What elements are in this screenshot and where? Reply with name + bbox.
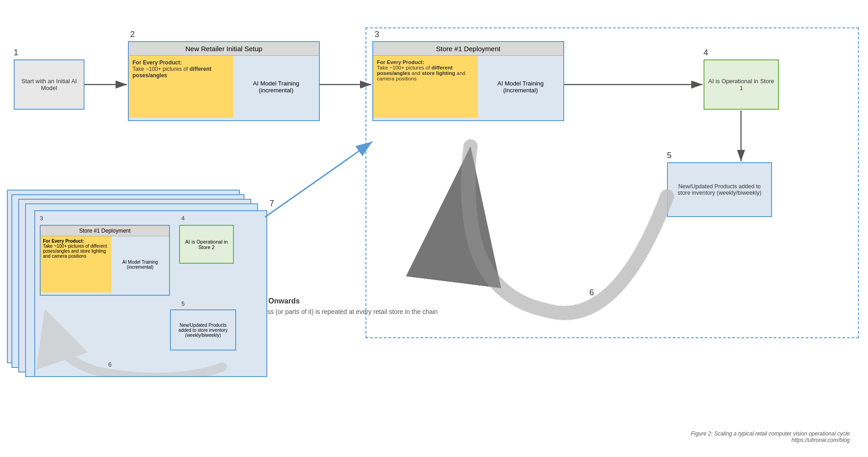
mini-curved-arrow (35, 308, 266, 376)
mini-store1-body: For Every Product: Take ~100+ pictures o… (41, 236, 169, 292)
box2-title: New Retailer Initial Setup (129, 42, 319, 56)
box4-ai-operational: AI is Operational in Store 1 (704, 59, 779, 110)
box3-title: Store #1 Deployment (373, 42, 563, 56)
box2-body: For Every Product: Take ~100+ pictures o… (129, 56, 319, 118)
store2-title: Store #2 Onwards (238, 297, 438, 305)
mini-box4: AI is Operational in Store 2 (179, 225, 234, 264)
mini-store1-box: Store #1 Deployment For Every Product: T… (40, 225, 170, 296)
box3-store1-deployment: Store #1 Deployment For Every Product: T… (372, 41, 564, 121)
step4-number: 4 (704, 48, 708, 58)
mini-store1-left: For Every Product: Take ~100+ pictures o… (41, 236, 111, 292)
figure-caption: Figure 2: Scaling a typical retail compu… (691, 430, 850, 443)
box3-right-panel: AI Model Training (incremental) (478, 56, 563, 118)
mini-step5-num: 5 (181, 300, 185, 307)
mini-store1-title: Store #1 Deployment (41, 226, 169, 236)
mini-store1-right: AI Model Training (incremental) (111, 236, 169, 292)
figure-caption-line2: https://ultronai.com/blog (691, 437, 850, 443)
box2-new-retailer: New Retailer Initial Setup For Every Pro… (128, 41, 320, 121)
box3-body: For Every Product: Take ~100+ pictures o… (373, 56, 563, 118)
store2-body: This process (or parts of it) is repeate… (238, 308, 438, 315)
store2-label: Store #2 Onwards This process (or parts … (238, 297, 438, 315)
figure-caption-line1: Figure 2: Scaling a typical retail compu… (691, 430, 850, 437)
box5-new-products: New/Updated Products added to store inve… (667, 162, 772, 217)
arrow-7 (265, 142, 372, 217)
diagram-container: 1 Start with an Initial AI Model 2 New R… (0, 0, 868, 457)
box3-left-panel: For Every Product: Take ~100+ pictures o… (373, 56, 478, 118)
step5-number: 5 (667, 151, 672, 160)
box3-left-header: For Every Product: (377, 59, 424, 65)
step7-number: 7 (270, 199, 274, 208)
step1-number: 1 (14, 48, 18, 58)
mini-step4-num: 4 (181, 215, 185, 222)
box1-start: Start with an Initial AI Model (14, 59, 85, 110)
box2-left-header: For Every Product: (132, 59, 182, 66)
mini-step3-num: 3 (40, 215, 43, 222)
mini-front-box: 3 Store #1 Deployment For Every Product:… (34, 210, 267, 377)
box2-right-panel: AI Model Training (incremental) (233, 56, 319, 118)
step6-number: 6 (589, 288, 594, 298)
mini-box4-text: AI is Operational in Store 2 (182, 239, 231, 250)
box2-left-panel: For Every Product: Take ~100+ pictures o… (129, 56, 233, 118)
step2-number: 2 (130, 30, 135, 39)
step3-number: 3 (375, 30, 379, 39)
